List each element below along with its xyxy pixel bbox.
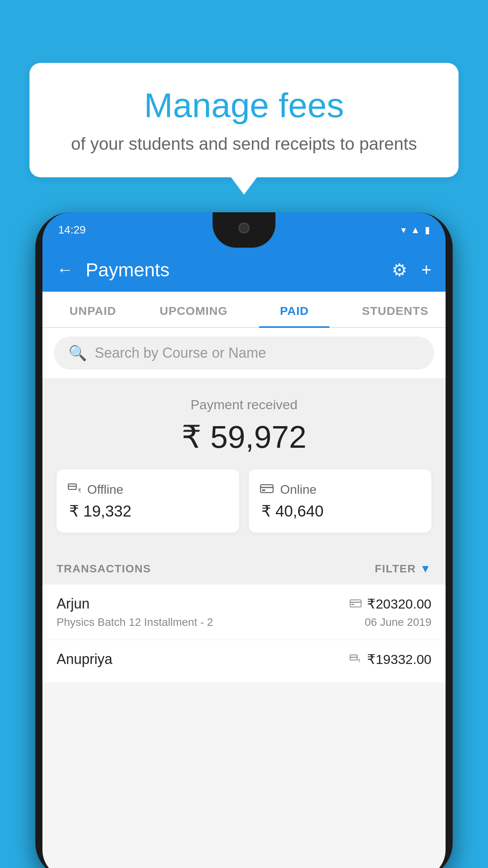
tab-unpaid[interactable]: UNPAID <box>42 292 143 327</box>
app-header: ← Payments ⚙ + <box>42 248 446 292</box>
offline-label: Offline <box>87 482 123 497</box>
camera-notch <box>238 223 250 234</box>
online-icon <box>260 482 274 497</box>
svg-rect-8 <box>351 604 354 605</box>
header-icons: ⚙ + <box>392 260 431 280</box>
online-label: Online <box>280 482 317 497</box>
transaction-top-row: Arjun ₹20320.00 <box>57 596 431 612</box>
payment-amount: ₹ 59,972 <box>57 419 431 455</box>
svg-text:₹: ₹ <box>358 658 361 663</box>
speech-bubble-container: Manage fees of your students and send re… <box>29 63 459 177</box>
transaction-amount: ₹20320.00 <box>367 596 431 612</box>
tab-upcoming[interactable]: UPCOMING <box>143 292 244 327</box>
online-card: Online ₹ 40,640 <box>249 469 431 533</box>
settings-icon[interactable]: ⚙ <box>392 260 407 280</box>
phone: 14:29 ▾ ▲ ▮ ← Payments ⚙ + UNPAID <box>35 212 453 868</box>
tab-students[interactable]: STUDENTS <box>345 292 446 327</box>
app-content: 🔍 Search by Course or Name Payment recei… <box>42 328 446 868</box>
transaction-amount-row: ₹20320.00 <box>350 596 431 612</box>
bubble-title: Manage fees <box>57 86 431 125</box>
bubble-subtitle: of your students and send receipts to pa… <box>57 134 431 154</box>
battery-icon: ▮ <box>425 224 430 235</box>
page-title: Payments <box>86 259 379 281</box>
search-icon: 🔍 <box>68 344 87 362</box>
transaction-row[interactable]: Arjun ₹20320.00 <box>42 585 446 640</box>
svg-rect-3 <box>261 485 273 493</box>
payment-summary: Payment received ₹ 59,972 ₹ <box>42 378 446 550</box>
speech-bubble: Manage fees of your students and send re… <box>29 63 459 177</box>
add-icon[interactable]: + <box>421 260 431 280</box>
transaction-top-row: Anupriya ₹ ₹19332.00 <box>57 651 431 668</box>
offline-card-header: ₹ Offline <box>68 482 123 497</box>
transaction-course: Physics Batch 12 Installment - 2 <box>57 616 213 629</box>
status-bar: 14:29 ▾ ▲ ▮ <box>42 212 446 248</box>
svg-rect-5 <box>262 489 265 491</box>
online-amount: ₹ 40,640 <box>261 502 323 520</box>
svg-text:₹: ₹ <box>78 487 81 494</box>
payment-label: Payment received <box>57 397 431 412</box>
transaction-date: 06 June 2019 <box>365 616 431 629</box>
phone-container: 14:29 ▾ ▲ ▮ ← Payments ⚙ + UNPAID <box>35 212 453 868</box>
filter-icon: ▼ <box>420 563 431 575</box>
tab-paid[interactable]: PAID <box>244 292 345 327</box>
transactions-label: TRANSACTIONS <box>57 563 151 575</box>
payment-cards: ₹ Offline ₹ 19,332 <box>57 469 431 533</box>
tabs-bar: UNPAID UPCOMING PAID STUDENTS <box>42 292 446 328</box>
back-button[interactable]: ← <box>57 260 73 279</box>
transaction-amount: ₹19332.00 <box>367 651 431 667</box>
search-bar[interactable]: 🔍 Search by Course or Name <box>54 337 434 370</box>
transaction-row[interactable]: Anupriya ₹ ₹19332.00 <box>42 640 446 683</box>
status-time: 14:29 <box>58 224 86 236</box>
filter-button[interactable]: FILTER ▼ <box>375 563 431 575</box>
phone-inner: 14:29 ▾ ▲ ▮ ← Payments ⚙ + UNPAID <box>42 212 446 868</box>
transaction-bottom-row: Physics Batch 12 Installment - 2 06 June… <box>57 616 431 629</box>
offline-amount: ₹ 19,332 <box>69 502 131 520</box>
status-icons: ▾ ▲ ▮ <box>401 224 430 235</box>
transaction-name: Arjun <box>57 596 90 612</box>
wifi-icon: ▾ <box>401 224 406 235</box>
offline-icon: ₹ <box>68 482 81 497</box>
transactions-header: TRANSACTIONS FILTER ▼ <box>42 550 446 585</box>
online-card-header: Online <box>260 482 317 497</box>
svg-rect-6 <box>350 600 361 607</box>
transaction-amount-row: ₹ ₹19332.00 <box>350 651 431 667</box>
search-container: 🔍 Search by Course or Name <box>42 328 446 378</box>
transaction-name: Anupriya <box>57 651 112 668</box>
online-payment-icon <box>350 597 361 611</box>
offline-card: ₹ Offline ₹ 19,332 <box>57 469 239 533</box>
signal-icon: ▲ <box>411 224 420 235</box>
offline-payment-icon: ₹ <box>350 653 361 666</box>
search-input[interactable]: Search by Course or Name <box>95 345 266 361</box>
